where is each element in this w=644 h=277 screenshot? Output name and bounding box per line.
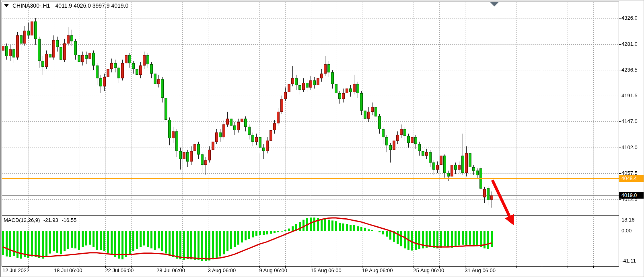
- date-axis-label: 19 Aug 06:00: [362, 267, 393, 273]
- bid-price-badge: 4019.0: [619, 192, 644, 199]
- date-axis-label: 9 Aug 06:00: [259, 267, 287, 273]
- price-axis-label: 4326.0: [621, 15, 638, 21]
- chart-window: CHINA300-,H1 4011.9 4026.0 3997.9 4019.0…: [0, 0, 644, 277]
- date-axis-label: 31 Aug 06:00: [465, 267, 496, 273]
- symbol-period-label: CHINA300-,H1: [12, 2, 50, 9]
- date-axis-label: 15 Aug 06:00: [311, 267, 342, 273]
- macd-axis-label: 18.16: [621, 217, 635, 223]
- price-axis-label: 4191.5: [621, 92, 638, 98]
- date-axis-label: 3 Aug 06:00: [208, 267, 236, 273]
- macd-signal-value: -16.55: [62, 217, 76, 223]
- collapse-triangle-icon[interactable]: [4, 4, 9, 7]
- macd-indicator-label: MACD(12,26,9) -21.93 -16.55: [4, 217, 78, 223]
- date-axis-label: 28 Jul 06:00: [156, 267, 185, 273]
- macd-name: MACD(12,26,9): [4, 217, 40, 223]
- orange-line-price-badge: 4048.4: [619, 175, 644, 182]
- ohlc-values: 4011.9 4026.0 3997.9 4019.0: [55, 2, 128, 9]
- chart-shift-marker-icon: [490, 2, 499, 6]
- chart-title: CHINA300-,H1 4011.9 4026.0 3997.9 4019.0: [4, 2, 128, 9]
- price-axis-label: 4236.5: [621, 67, 638, 73]
- macd-axis-label: -41.11: [621, 258, 636, 264]
- date-axis-label: 22 Jul 06:00: [105, 267, 134, 273]
- chart-canvas[interactable]: [1, 0, 644, 277]
- price-axis-label: 4281.0: [621, 41, 638, 47]
- macd-main-value: -21.93: [43, 217, 58, 223]
- date-axis-label: 12 Jul 2022: [2, 267, 29, 273]
- price-axis-label: 4147.0: [621, 118, 638, 124]
- price-axis-label: 4102.0: [621, 144, 638, 150]
- date-axis-label: 18 Jul 06:00: [54, 267, 82, 273]
- macd-axis-label: 0.00: [621, 228, 632, 234]
- date-axis-label: 25 Aug 06:00: [414, 267, 444, 273]
